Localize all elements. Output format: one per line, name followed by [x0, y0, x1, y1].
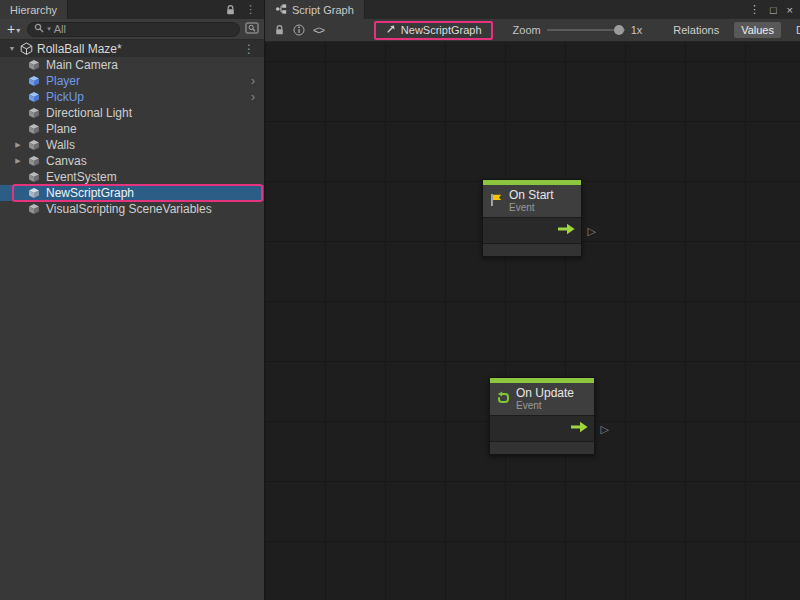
tab-script-graph[interactable]: Script Graph: [265, 0, 365, 19]
scene-header-row[interactable]: ▼ RollaBall Maze* ⋮: [0, 40, 264, 57]
graph-name-box[interactable]: NewScriptGraph: [374, 21, 493, 40]
chevron-right-icon[interactable]: ›: [251, 92, 255, 102]
hierarchy-item-eventsystem[interactable]: EventSystem: [0, 169, 264, 185]
zoom-label: Zoom: [513, 24, 541, 36]
code-icon[interactable]: <>: [313, 24, 324, 36]
gameobject-icon: [28, 155, 41, 168]
hierarchy-tabbar: Hierarchy ⋮: [0, 0, 264, 19]
zoom-slider[interactable]: [547, 29, 625, 31]
graph-toolbar: <> NewScriptGraph Zoom 1x Relations Valu…: [265, 19, 800, 42]
search-value: All: [54, 23, 66, 35]
lock-icon[interactable]: [274, 24, 285, 36]
dim-button[interactable]: Di: [789, 22, 800, 38]
gameobject-icon: [28, 107, 41, 120]
item-label: PickUp: [46, 90, 84, 104]
relations-button[interactable]: Relations: [666, 22, 726, 38]
lock-icon[interactable]: [225, 4, 236, 16]
node-title: On Start: [509, 189, 554, 202]
prefab-icon: [28, 75, 41, 88]
graph-canvas[interactable]: On Start Event ▷: [265, 42, 800, 600]
hierarchy-item-pickup[interactable]: PickUp ›: [0, 89, 264, 105]
item-label: Player: [46, 74, 80, 88]
item-label: VisualScripting SceneVariables: [46, 202, 212, 216]
item-label: Walls: [46, 138, 75, 152]
node-header: On Start Event: [483, 185, 581, 218]
gameobject-icon: [28, 59, 41, 72]
gameobject-icon: [28, 203, 41, 216]
node-on-update[interactable]: On Update Event ▷: [489, 377, 595, 455]
scene-kebab-icon[interactable]: ⋮: [243, 42, 255, 56]
fold-open-icon[interactable]: ▼: [8, 45, 16, 52]
gameobject-icon: [28, 139, 41, 152]
scene-name: RollaBall Maze*: [37, 42, 122, 56]
hierarchy-item-main-camera[interactable]: Main Camera: [0, 57, 264, 73]
unity-scene-icon: [20, 42, 33, 55]
hierarchy-item-directional-light[interactable]: Directional Light: [0, 105, 264, 121]
flag-icon: [489, 193, 503, 210]
flow-arrow-icon[interactable]: [570, 421, 589, 436]
search-window-icon[interactable]: [245, 22, 259, 37]
hierarchy-item-walls[interactable]: ▶ Walls: [0, 137, 264, 153]
node-header: On Update Event: [490, 383, 594, 416]
fold-closed-icon[interactable]: ▶: [14, 141, 22, 149]
chevron-right-icon[interactable]: ›: [251, 76, 255, 86]
tab-hierarchy[interactable]: Hierarchy: [0, 0, 68, 19]
hierarchy-search-input[interactable]: ▾ All: [27, 22, 240, 37]
node-output-port-row[interactable]: ▷: [483, 218, 581, 244]
hierarchy-item-newscriptgraph[interactable]: NewScriptGraph: [0, 185, 264, 201]
window-controls: ⋮ □ ×: [749, 0, 800, 19]
gameobject-icon: [28, 123, 41, 136]
search-filter-caret-icon: ▾: [47, 25, 51, 33]
hierarchy-item-canvas[interactable]: ▶ Canvas: [0, 153, 264, 169]
script-graph-icon: [275, 3, 287, 17]
info-icon[interactable]: [293, 24, 305, 36]
node-subtitle: Event: [509, 202, 554, 213]
zoom-value: 1x: [631, 24, 643, 36]
hierarchy-toolbar: + ▾ ▾ All: [0, 19, 264, 40]
zoom-slider-thumb[interactable]: [614, 25, 624, 35]
item-label: Main Camera: [46, 58, 118, 72]
values-button[interactable]: Values: [734, 22, 781, 38]
item-label: NewScriptGraph: [46, 186, 134, 200]
script-graph-tabbar: Script Graph ⋮ □ ×: [265, 0, 800, 19]
add-object-button[interactable]: + ▾: [5, 22, 22, 36]
zoom-control: Zoom 1x: [513, 24, 643, 36]
port-triangle-icon[interactable]: ▷: [588, 224, 596, 237]
kebab-menu-icon[interactable]: ⋮: [749, 3, 760, 16]
node-output-port-row[interactable]: ▷: [490, 416, 594, 442]
maximize-icon[interactable]: □: [770, 4, 777, 16]
close-icon[interactable]: ×: [787, 4, 793, 16]
tab-script-graph-label: Script Graph: [292, 4, 354, 16]
flow-arrow-icon[interactable]: [557, 223, 576, 238]
kebab-menu-icon[interactable]: ⋮: [245, 3, 256, 16]
node-title: On Update: [516, 387, 574, 400]
port-triangle-icon[interactable]: ▷: [601, 422, 609, 435]
node-footer: [490, 442, 594, 454]
search-icon: [34, 23, 44, 35]
caret-down-icon: ▾: [16, 25, 20, 36]
prefab-icon: [28, 91, 41, 104]
item-label: Plane: [46, 122, 77, 136]
hierarchy-item-player[interactable]: Player ›: [0, 73, 264, 89]
fold-closed-icon[interactable]: ▶: [14, 157, 22, 165]
gameobject-icon: [28, 171, 41, 184]
tab-hierarchy-label: Hierarchy: [10, 4, 57, 16]
hierarchy-panel: Hierarchy ⋮ + ▾ ▾ All: [0, 0, 265, 600]
plus-icon: +: [7, 22, 15, 36]
hierarchy-tree: Main Camera Player › PickUp › Directiona…: [0, 57, 264, 600]
node-footer: [483, 244, 581, 256]
node-on-start[interactable]: On Start Event ▷: [482, 179, 582, 257]
hierarchy-item-visualscripting-scenevariables[interactable]: VisualScripting SceneVariables: [0, 201, 264, 217]
node-subtitle: Event: [516, 400, 574, 411]
unity-editor: Hierarchy ⋮ + ▾ ▾ All: [0, 0, 800, 600]
hierarchy-tab-icons: ⋮: [225, 0, 264, 19]
gameobject-icon: [28, 187, 41, 200]
script-graph-panel: Script Graph ⋮ □ × <> NewScriptGraph: [265, 0, 800, 600]
item-label: EventSystem: [46, 170, 117, 184]
item-label: Directional Light: [46, 106, 132, 120]
hierarchy-item-plane[interactable]: Plane: [0, 121, 264, 137]
graph-name-label: NewScriptGraph: [401, 24, 482, 36]
update-loop-icon: [496, 391, 510, 408]
graph-asset-icon: [385, 24, 396, 37]
item-label: Canvas: [46, 154, 87, 168]
